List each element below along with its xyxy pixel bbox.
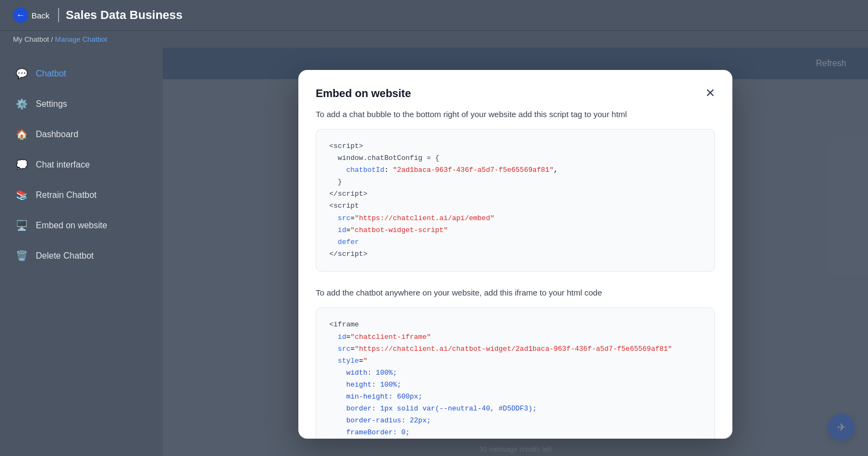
back-icon: ← — [13, 8, 28, 23]
sidebar-label-settings: Settings — [36, 99, 67, 109]
breadcrumb: My Chatbot / Manage Chatbot — [0, 31, 868, 48]
chatbot-icon: 💬 — [15, 67, 28, 80]
sidebar-item-settings[interactable]: ⚙️ Settings — [0, 89, 163, 119]
modal-title: Embed on website — [316, 87, 411, 100]
back-button[interactable]: ← Back — [13, 8, 49, 23]
settings-icon: ⚙️ — [15, 98, 28, 111]
sidebar-item-delete-chatbot[interactable]: 🗑️ Delete Chatbot — [0, 241, 163, 271]
sidebar-item-embed-on-website[interactable]: 🖥️ Embed on website — [0, 210, 163, 241]
sidebar-item-retrain-chatbot[interactable]: 📚 Retrain Chatbot — [0, 180, 163, 210]
top-bar: ← Back Sales Data Business — [0, 0, 868, 31]
delete-icon: 🗑️ — [15, 249, 28, 262]
sidebar-label-embed: Embed on website — [36, 221, 107, 230]
script-description: To add a chat bubble to the bottom right… — [316, 108, 715, 121]
modal-close-button[interactable]: ✕ — [705, 87, 715, 99]
page-title: Sales Data Business — [58, 8, 182, 22]
breadcrumb-base: My Chatbot / — [13, 35, 53, 43]
dashboard-icon: 🏠 — [15, 128, 28, 141]
sidebar-label-chat-interface: Chat interface — [36, 160, 90, 170]
sidebar-label-delete: Delete Chatbot — [36, 251, 94, 261]
sidebar-label-chatbot: Chatbot — [36, 69, 66, 79]
chat-interface-icon: 💭 — [15, 158, 28, 171]
back-label: Back — [31, 11, 49, 20]
sidebar-item-chat-interface[interactable]: 💭 Chat interface — [0, 150, 163, 180]
retrain-icon: 📚 — [15, 189, 28, 202]
sidebar-label-retrain: Retrain Chatbot — [36, 190, 97, 200]
script-code-block: <script> window.chatBotConfig = { chatbo… — [316, 129, 715, 272]
main-layout: 💬 Chatbot ⚙️ Settings 🏠 Dashboard 💭 Chat… — [0, 48, 868, 456]
sidebar-item-chatbot[interactable]: 💬 Chatbot — [0, 59, 163, 89]
sidebar-label-dashboard: Dashboard — [36, 130, 78, 139]
modal-header: Embed on website ✕ — [316, 87, 715, 100]
breadcrumb-current[interactable]: Manage Chatbot — [55, 35, 107, 43]
iframe-description: To add the chatbot anywhere on your webs… — [316, 287, 715, 299]
sidebar-item-dashboard[interactable]: 🏠 Dashboard — [0, 119, 163, 150]
sidebar: 💬 Chatbot ⚙️ Settings 🏠 Dashboard 💭 Chat… — [0, 48, 163, 456]
embed-icon: 🖥️ — [15, 219, 28, 232]
modal-overlay: Embed on website ✕ To add a chat bubble … — [163, 48, 868, 456]
content-area: Refresh 30 message credits left ✈ Embed … — [163, 48, 868, 456]
iframe-code-block: <iframe id="chatclient-iframe" src="http… — [316, 307, 715, 438]
embed-modal: Embed on website ✕ To add a chat bubble … — [298, 70, 732, 439]
